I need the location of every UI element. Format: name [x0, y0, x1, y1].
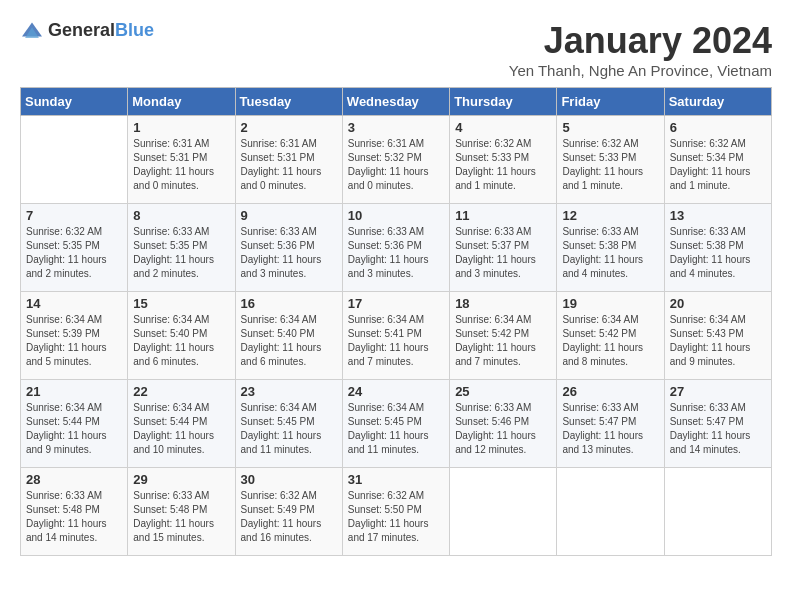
day-info: Sunrise: 6:34 AMSunset: 5:44 PMDaylight:…	[26, 401, 122, 457]
day-number: 15	[133, 296, 229, 311]
day-number: 10	[348, 208, 444, 223]
calendar-cell: 3Sunrise: 6:31 AMSunset: 5:32 PMDaylight…	[342, 116, 449, 204]
calendar-cell: 27Sunrise: 6:33 AMSunset: 5:47 PMDayligh…	[664, 380, 771, 468]
calendar-cell: 8Sunrise: 6:33 AMSunset: 5:35 PMDaylight…	[128, 204, 235, 292]
day-info: Sunrise: 6:34 AMSunset: 5:45 PMDaylight:…	[241, 401, 337, 457]
day-info: Sunrise: 6:33 AMSunset: 5:36 PMDaylight:…	[348, 225, 444, 281]
day-info: Sunrise: 6:34 AMSunset: 5:39 PMDaylight:…	[26, 313, 122, 369]
calendar-cell: 30Sunrise: 6:32 AMSunset: 5:49 PMDayligh…	[235, 468, 342, 556]
calendar-cell: 15Sunrise: 6:34 AMSunset: 5:40 PMDayligh…	[128, 292, 235, 380]
calendar-cell: 18Sunrise: 6:34 AMSunset: 5:42 PMDayligh…	[450, 292, 557, 380]
calendar-cell: 2Sunrise: 6:31 AMSunset: 5:31 PMDaylight…	[235, 116, 342, 204]
calendar-cell: 11Sunrise: 6:33 AMSunset: 5:37 PMDayligh…	[450, 204, 557, 292]
calendar-cell: 7Sunrise: 6:32 AMSunset: 5:35 PMDaylight…	[21, 204, 128, 292]
day-info: Sunrise: 6:32 AMSunset: 5:49 PMDaylight:…	[241, 489, 337, 545]
page-header: GeneralBlue January 2024 Yen Thanh, Nghe…	[20, 20, 772, 79]
day-info: Sunrise: 6:34 AMSunset: 5:40 PMDaylight:…	[241, 313, 337, 369]
day-number: 20	[670, 296, 766, 311]
day-info: Sunrise: 6:33 AMSunset: 5:47 PMDaylight:…	[562, 401, 658, 457]
calendar-cell: 16Sunrise: 6:34 AMSunset: 5:40 PMDayligh…	[235, 292, 342, 380]
day-info: Sunrise: 6:33 AMSunset: 5:47 PMDaylight:…	[670, 401, 766, 457]
day-number: 16	[241, 296, 337, 311]
day-info: Sunrise: 6:33 AMSunset: 5:35 PMDaylight:…	[133, 225, 229, 281]
calendar-cell: 10Sunrise: 6:33 AMSunset: 5:36 PMDayligh…	[342, 204, 449, 292]
day-info: Sunrise: 6:31 AMSunset: 5:31 PMDaylight:…	[241, 137, 337, 193]
day-info: Sunrise: 6:33 AMSunset: 5:37 PMDaylight:…	[455, 225, 551, 281]
day-number: 3	[348, 120, 444, 135]
calendar-cell: 19Sunrise: 6:34 AMSunset: 5:42 PMDayligh…	[557, 292, 664, 380]
day-info: Sunrise: 6:31 AMSunset: 5:32 PMDaylight:…	[348, 137, 444, 193]
calendar-cell: 12Sunrise: 6:33 AMSunset: 5:38 PMDayligh…	[557, 204, 664, 292]
day-number: 11	[455, 208, 551, 223]
calendar-cell: 23Sunrise: 6:34 AMSunset: 5:45 PMDayligh…	[235, 380, 342, 468]
day-number: 2	[241, 120, 337, 135]
weekday-header-sunday: Sunday	[21, 88, 128, 116]
day-info: Sunrise: 6:34 AMSunset: 5:44 PMDaylight:…	[133, 401, 229, 457]
day-number: 7	[26, 208, 122, 223]
day-number: 28	[26, 472, 122, 487]
calendar-cell: 5Sunrise: 6:32 AMSunset: 5:33 PMDaylight…	[557, 116, 664, 204]
calendar-cell: 29Sunrise: 6:33 AMSunset: 5:48 PMDayligh…	[128, 468, 235, 556]
calendar-cell: 22Sunrise: 6:34 AMSunset: 5:44 PMDayligh…	[128, 380, 235, 468]
calendar-cell: 31Sunrise: 6:32 AMSunset: 5:50 PMDayligh…	[342, 468, 449, 556]
day-number: 12	[562, 208, 658, 223]
day-info: Sunrise: 6:33 AMSunset: 5:38 PMDaylight:…	[670, 225, 766, 281]
calendar-subtitle: Yen Thanh, Nghe An Province, Vietnam	[509, 62, 772, 79]
calendar-cell: 25Sunrise: 6:33 AMSunset: 5:46 PMDayligh…	[450, 380, 557, 468]
calendar-cell: 13Sunrise: 6:33 AMSunset: 5:38 PMDayligh…	[664, 204, 771, 292]
day-number: 22	[133, 384, 229, 399]
calendar-cell: 4Sunrise: 6:32 AMSunset: 5:33 PMDaylight…	[450, 116, 557, 204]
logo-icon	[20, 21, 44, 41]
weekday-header-monday: Monday	[128, 88, 235, 116]
calendar-cell: 20Sunrise: 6:34 AMSunset: 5:43 PMDayligh…	[664, 292, 771, 380]
calendar-cell	[450, 468, 557, 556]
calendar-cell	[557, 468, 664, 556]
day-info: Sunrise: 6:34 AMSunset: 5:42 PMDaylight:…	[455, 313, 551, 369]
day-info: Sunrise: 6:34 AMSunset: 5:41 PMDaylight:…	[348, 313, 444, 369]
day-info: Sunrise: 6:32 AMSunset: 5:33 PMDaylight:…	[562, 137, 658, 193]
day-info: Sunrise: 6:32 AMSunset: 5:34 PMDaylight:…	[670, 137, 766, 193]
day-number: 9	[241, 208, 337, 223]
logo: GeneralBlue	[20, 20, 154, 41]
calendar-title: January 2024	[509, 20, 772, 62]
calendar-table: SundayMondayTuesdayWednesdayThursdayFrid…	[20, 87, 772, 556]
calendar-cell: 17Sunrise: 6:34 AMSunset: 5:41 PMDayligh…	[342, 292, 449, 380]
day-number: 13	[670, 208, 766, 223]
day-info: Sunrise: 6:33 AMSunset: 5:48 PMDaylight:…	[26, 489, 122, 545]
day-info: Sunrise: 6:34 AMSunset: 5:42 PMDaylight:…	[562, 313, 658, 369]
day-info: Sunrise: 6:33 AMSunset: 5:38 PMDaylight:…	[562, 225, 658, 281]
day-number: 1	[133, 120, 229, 135]
day-number: 21	[26, 384, 122, 399]
day-number: 14	[26, 296, 122, 311]
day-number: 5	[562, 120, 658, 135]
calendar-cell	[21, 116, 128, 204]
calendar-cell: 24Sunrise: 6:34 AMSunset: 5:45 PMDayligh…	[342, 380, 449, 468]
day-number: 17	[348, 296, 444, 311]
calendar-cell: 14Sunrise: 6:34 AMSunset: 5:39 PMDayligh…	[21, 292, 128, 380]
day-info: Sunrise: 6:32 AMSunset: 5:50 PMDaylight:…	[348, 489, 444, 545]
calendar-cell: 21Sunrise: 6:34 AMSunset: 5:44 PMDayligh…	[21, 380, 128, 468]
calendar-cell: 1Sunrise: 6:31 AMSunset: 5:31 PMDaylight…	[128, 116, 235, 204]
day-info: Sunrise: 6:33 AMSunset: 5:46 PMDaylight:…	[455, 401, 551, 457]
calendar-cell: 28Sunrise: 6:33 AMSunset: 5:48 PMDayligh…	[21, 468, 128, 556]
day-number: 8	[133, 208, 229, 223]
day-number: 23	[241, 384, 337, 399]
logo-blue: Blue	[115, 20, 154, 40]
calendar-cell: 6Sunrise: 6:32 AMSunset: 5:34 PMDaylight…	[664, 116, 771, 204]
day-info: Sunrise: 6:34 AMSunset: 5:43 PMDaylight:…	[670, 313, 766, 369]
weekday-header-tuesday: Tuesday	[235, 88, 342, 116]
weekday-header-saturday: Saturday	[664, 88, 771, 116]
day-info: Sunrise: 6:33 AMSunset: 5:48 PMDaylight:…	[133, 489, 229, 545]
day-number: 6	[670, 120, 766, 135]
day-info: Sunrise: 6:32 AMSunset: 5:35 PMDaylight:…	[26, 225, 122, 281]
day-info: Sunrise: 6:32 AMSunset: 5:33 PMDaylight:…	[455, 137, 551, 193]
day-info: Sunrise: 6:34 AMSunset: 5:40 PMDaylight:…	[133, 313, 229, 369]
calendar-cell	[664, 468, 771, 556]
day-number: 30	[241, 472, 337, 487]
weekday-header-friday: Friday	[557, 88, 664, 116]
day-info: Sunrise: 6:34 AMSunset: 5:45 PMDaylight:…	[348, 401, 444, 457]
day-info: Sunrise: 6:33 AMSunset: 5:36 PMDaylight:…	[241, 225, 337, 281]
weekday-header-thursday: Thursday	[450, 88, 557, 116]
day-number: 4	[455, 120, 551, 135]
day-number: 29	[133, 472, 229, 487]
